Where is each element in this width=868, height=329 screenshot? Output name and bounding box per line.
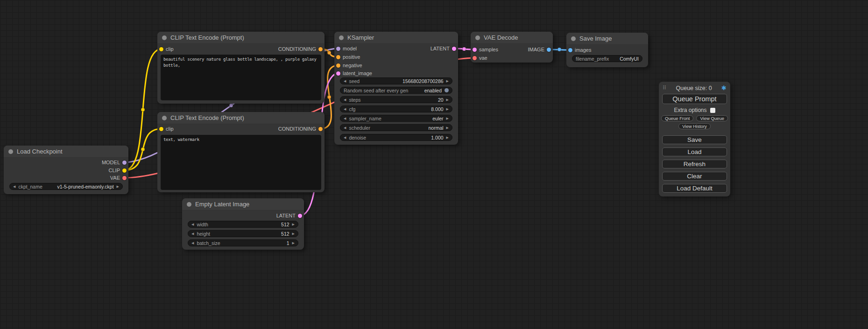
slot-dot-image[interactable] xyxy=(547,48,551,52)
output-slot-conditioning[interactable]: CONDITIONING xyxy=(278,126,323,132)
slot-dot-clip[interactable] xyxy=(122,168,127,173)
slot-dot-conditioning[interactable] xyxy=(336,63,340,68)
input-slot-clip[interactable]: clip xyxy=(159,46,174,52)
widget-ckpt-name[interactable]: ◀ ckpt_name v1-5-pruned-emaonly.ckpt ▶ xyxy=(9,183,123,190)
arrow-right-icon[interactable]: ▶ xyxy=(446,136,449,139)
output-slot-image[interactable]: IMAGE xyxy=(528,46,551,53)
widget-random-seed-toggle[interactable]: Random seed after every gen enabled xyxy=(340,87,452,94)
slot-dot-latent[interactable] xyxy=(336,71,340,76)
arrow-right-icon[interactable]: ▶ xyxy=(446,126,449,129)
widget-filename-prefix[interactable]: filename_prefix ComfyUI xyxy=(572,55,642,62)
widget-denoise[interactable]: ◀ denoise 1.000 ▶ xyxy=(340,134,452,141)
collapse-dot-icon[interactable] xyxy=(162,116,167,120)
node-ksampler[interactable]: KSampler model positive negative latent_… xyxy=(334,32,458,145)
widget-scheduler[interactable]: ◀ scheduler normal ▶ xyxy=(340,124,452,131)
node-title-bar[interactable]: CLIP Text Encode (Prompt) xyxy=(157,112,325,124)
input-slot-images[interactable]: images xyxy=(568,47,591,53)
graph-canvas[interactable]: Load Checkpoint MODEL CLIP VAE ◀ ckpt_na… xyxy=(0,0,868,329)
slot-dot-model[interactable] xyxy=(336,47,340,51)
node-title-bar[interactable]: Save Image xyxy=(566,33,648,45)
drag-handle-icon[interactable]: ⠿ xyxy=(663,85,666,91)
arrow-left-icon[interactable]: ◀ xyxy=(191,223,194,226)
arrow-left-icon[interactable]: ◀ xyxy=(344,117,346,120)
output-slot-latent[interactable]: LATENT xyxy=(430,45,456,52)
prompt-textarea[interactable]: text, watermark xyxy=(161,135,321,190)
collapse-dot-icon[interactable] xyxy=(571,36,576,41)
output-slot-model[interactable]: MODEL xyxy=(102,159,127,166)
arrow-right-icon[interactable]: ▶ xyxy=(446,107,449,111)
node-title-bar[interactable]: VAE Decode xyxy=(471,32,553,44)
slot-dot-model[interactable] xyxy=(122,161,127,165)
load-default-button[interactable]: Load Default xyxy=(662,184,727,193)
collapse-dot-icon[interactable] xyxy=(339,35,344,40)
slot-dot-latent[interactable] xyxy=(452,47,456,51)
widget-batch-size[interactable]: ◀ batch_size 1 ▶ xyxy=(188,239,298,246)
arrow-left-icon[interactable]: ◀ xyxy=(13,185,15,188)
arrow-right-icon[interactable]: ▶ xyxy=(292,232,295,235)
widget-width[interactable]: ◀ width 512 ▶ xyxy=(188,221,298,228)
node-vae-decode[interactable]: VAE Decode samples vae IMAGE xyxy=(471,32,553,63)
refresh-button[interactable]: Refresh xyxy=(662,160,727,168)
prompt-textarea[interactable]: beautiful scenery nature glass bottle la… xyxy=(161,55,321,100)
queue-prompt-button[interactable]: Queue Prompt xyxy=(662,94,727,104)
input-slot-latent-image[interactable]: latent_image xyxy=(336,70,372,77)
input-slot-positive[interactable]: positive xyxy=(336,54,360,60)
node-clip-text-encode-positive[interactable]: CLIP Text Encode (Prompt) clip CONDITION… xyxy=(157,32,325,104)
arrow-left-icon[interactable]: ◀ xyxy=(191,232,194,235)
arrow-right-icon[interactable]: ▶ xyxy=(446,117,449,120)
arrow-left-icon[interactable]: ◀ xyxy=(344,136,346,139)
collapse-dot-icon[interactable] xyxy=(8,149,13,154)
node-title-bar[interactable]: CLIP Text Encode (Prompt) xyxy=(157,32,325,44)
slot-dot-conditioning[interactable] xyxy=(336,55,340,59)
load-button[interactable]: Load xyxy=(662,147,727,156)
arrow-left-icon[interactable]: ◀ xyxy=(191,241,194,245)
node-title-bar[interactable]: Empty Latent Image xyxy=(182,198,304,210)
collapse-dot-icon[interactable] xyxy=(475,35,480,40)
node-load-checkpoint[interactable]: Load Checkpoint MODEL CLIP VAE ◀ ckpt_na… xyxy=(4,146,128,194)
collapse-dot-icon[interactable] xyxy=(187,202,191,207)
input-slot-samples[interactable]: samples xyxy=(473,46,498,53)
save-button[interactable]: Save xyxy=(662,135,727,144)
input-slot-negative[interactable]: negative xyxy=(336,62,362,69)
node-empty-latent-image[interactable]: Empty Latent Image LATENT ◀ width 512 ▶ … xyxy=(182,198,304,250)
slot-dot-vae[interactable] xyxy=(122,176,127,180)
queue-front-button[interactable]: Queue Front xyxy=(661,115,693,121)
settings-gear-icon[interactable]: ✱ xyxy=(721,84,727,91)
slot-dot-latent[interactable] xyxy=(473,48,477,52)
slot-dot-vae[interactable] xyxy=(473,56,477,60)
extra-options-checkbox[interactable] xyxy=(710,108,715,113)
slot-dot-clip[interactable] xyxy=(159,127,163,131)
arrow-right-icon[interactable]: ▶ xyxy=(292,223,295,226)
node-save-image[interactable]: Save Image images filename_prefix ComfyU… xyxy=(566,33,648,67)
collapse-dot-icon[interactable] xyxy=(162,35,167,40)
node-clip-text-encode-negative[interactable]: CLIP Text Encode (Prompt) clip CONDITION… xyxy=(157,112,325,192)
widget-seed[interactable]: ◀ seed 156680208700286 ▶ xyxy=(340,77,452,84)
input-slot-clip[interactable]: clip xyxy=(159,126,174,132)
node-title-bar[interactable]: KSampler xyxy=(334,32,458,44)
widget-sampler-name[interactable]: ◀ sampler_name euler ▶ xyxy=(340,115,452,122)
toggle-dot-icon[interactable] xyxy=(445,88,449,92)
output-slot-vae[interactable]: VAE xyxy=(110,175,127,181)
widget-cfg[interactable]: ◀ cfg 8.000 ▶ xyxy=(340,105,452,112)
view-queue-button[interactable]: View Queue xyxy=(696,115,728,121)
arrow-left-icon[interactable]: ◀ xyxy=(344,79,346,83)
clear-button[interactable]: Clear xyxy=(662,172,727,181)
slot-dot-conditioning[interactable] xyxy=(318,47,323,51)
arrow-right-icon[interactable]: ▶ xyxy=(446,98,449,101)
input-slot-vae[interactable]: vae xyxy=(473,55,487,61)
node-title-bar[interactable]: Load Checkpoint xyxy=(4,146,128,158)
view-history-button[interactable]: View History xyxy=(678,123,711,129)
widget-height[interactable]: ◀ height 512 ▶ xyxy=(188,230,298,237)
slot-dot-latent[interactable] xyxy=(298,214,302,218)
slot-dot-conditioning[interactable] xyxy=(318,127,323,131)
arrow-right-icon[interactable]: ▶ xyxy=(117,185,119,188)
slot-dot-image[interactable] xyxy=(568,48,572,52)
input-slot-model[interactable]: model xyxy=(336,45,357,52)
arrow-left-icon[interactable]: ◀ xyxy=(344,98,346,101)
slot-dot-clip[interactable] xyxy=(159,47,163,51)
arrow-left-icon[interactable]: ◀ xyxy=(344,126,346,129)
output-slot-clip[interactable]: CLIP xyxy=(109,167,127,174)
arrow-right-icon[interactable]: ▶ xyxy=(292,241,295,245)
arrow-left-icon[interactable]: ◀ xyxy=(344,107,346,111)
arrow-right-icon[interactable]: ▶ xyxy=(446,79,449,83)
